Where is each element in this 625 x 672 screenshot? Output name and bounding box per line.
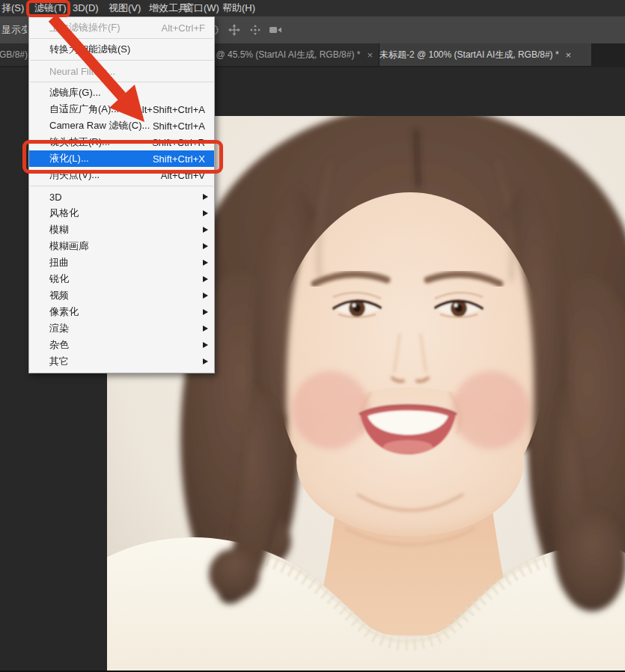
menu-item-label: 滤镜库(G)...: [49, 86, 101, 100]
menubar-item-4[interactable]: 视图(V): [109, 0, 141, 16]
submenu-arrow-icon: [203, 243, 208, 249]
menu-item-shortcut: Shift+Ctrl+A: [153, 120, 205, 132]
menu-item-Camera-Raw-滤镜-C-[interactable]: Camera Raw 滤镜(C)...Shift+Ctrl+A: [29, 117, 214, 134]
menu-separator: [30, 38, 213, 39]
menu-item-锐化[interactable]: 锐化: [29, 271, 214, 287]
menu-item-label: 液化(L)...: [49, 152, 89, 165]
menu-item-像素化[interactable]: 像素化: [29, 304, 214, 320]
filter-dropdown-menu: 上次滤镜操作(F)Alt+Ctrl+F转换为智能滤镜(S)Neural Filt…: [28, 16, 215, 373]
menu-item-label: 风格化: [49, 207, 79, 220]
submenu-arrow-icon: [203, 210, 208, 216]
menu-item-扭曲[interactable]: 扭曲: [29, 254, 214, 271]
menu-item-label: 渲染: [49, 322, 69, 335]
menu-item-液化-L-[interactable]: 液化(L)...Shift+Ctrl+X: [29, 150, 214, 167]
menu-item-label: 自适应广角(A)...: [49, 103, 119, 116]
menu-separator: [30, 60, 213, 61]
photoshop-window: 择(S)滤镜(T)3D(D)视图(V)增效工具窗口(W)帮助(H) 显示变 ••…: [0, 0, 625, 672]
menubar-item-6[interactable]: 窗口(W): [184, 0, 219, 16]
menu-item-视频[interactable]: 视频: [29, 287, 214, 304]
3d-slide-icon[interactable]: [247, 22, 263, 38]
submenu-arrow-icon: [203, 194, 208, 200]
menu-item-label: 扭曲: [49, 256, 69, 269]
menu-item-label: 其它: [49, 355, 69, 368]
submenu-arrow-icon: [203, 309, 208, 315]
menu-item-shortcut: Alt+Shift+Ctrl+A: [135, 104, 205, 115]
menu-item-滤镜库-G-[interactable]: 滤镜库(G)...: [29, 85, 214, 101]
menu-item-label: 像素化: [49, 305, 79, 319]
menu-item-label: 3D: [49, 192, 62, 203]
menu-item-3D[interactable]: 3D: [29, 189, 214, 205]
menu-item-转换为智能滤镜-S-[interactable]: 转换为智能滤镜(S): [29, 41, 214, 58]
menu-item-label: 模糊画廊: [49, 239, 88, 253]
menu-separator: [30, 82, 213, 82]
menubar-item-5[interactable]: 增效工具: [149, 0, 188, 16]
submenu-arrow-icon: [203, 293, 208, 299]
menu-item-shortcut: Shift+Ctrl+R: [152, 137, 205, 148]
menu-item-label: 模糊: [49, 223, 69, 236]
menu-item-模糊画廊[interactable]: 模糊画廊: [29, 238, 214, 254]
menu-item-label: 上次滤镜操作(F): [49, 21, 121, 34]
tab-title: .jpg @ 45.5% (StartAI AI生成, RGB/8#) *: [199, 49, 361, 61]
menu-item-自适应广角-A-[interactable]: 自适应广角(A)...Alt+Shift+Ctrl+A: [29, 101, 214, 117]
menu-item-label: 转换为智能滤镜(S): [49, 43, 130, 56]
submenu-arrow-icon: [203, 326, 208, 332]
menu-item-模糊[interactable]: 模糊: [29, 222, 214, 238]
submenu-arrow-icon: [203, 227, 208, 233]
menubar-item-3[interactable]: 3D(D): [73, 0, 99, 16]
menu-item-其它[interactable]: 其它: [29, 353, 214, 370]
menu-item-镜头校正-R-[interactable]: 镜头校正(R)...Shift+Ctrl+R: [29, 134, 214, 150]
menu-item-Neural-Filters-: Neural Filters...: [29, 63, 214, 79]
menu-item-label: 锐化: [49, 272, 69, 286]
menu-bar: 择(S)滤镜(T)3D(D)视图(V)增效工具窗口(W)帮助(H): [0, 0, 625, 16]
menu-item-shortcut: Shift+Ctrl+X: [153, 153, 205, 165]
3d-pan-icon[interactable]: [226, 22, 243, 38]
menu-item-杂色[interactable]: 杂色: [29, 337, 214, 353]
submenu-arrow-icon: [203, 342, 208, 348]
submenu-arrow-icon: [203, 276, 208, 282]
menubar-item-2[interactable]: 滤镜(T): [34, 0, 67, 16]
document-tab-3[interactable]: 未标题-2 @ 100% (StartAI AI生成, RGB/8#) *×: [379, 43, 592, 66]
submenu-arrow-icon: [203, 260, 208, 266]
menu-item-上次滤镜操作-F-: 上次滤镜操作(F)Alt+Ctrl+F: [29, 19, 214, 36]
menu-item-label: 杂色: [49, 338, 69, 352]
menu-item-label: 镜头校正(R)...: [49, 135, 110, 149]
menu-item-label: 视频: [49, 289, 69, 302]
tab-title: 未标题-2 @ 100% (StartAI AI生成, RGB/8#) *: [379, 49, 559, 61]
menu-item-消失点-V-[interactable]: 消失点(V)...Alt+Ctrl+V: [29, 167, 214, 183]
3d-camera-icon[interactable]: [268, 22, 284, 38]
menu-item-shortcut: Alt+Ctrl+F: [161, 22, 205, 34]
menu-separator: [30, 186, 213, 186]
menu-item-label: Neural Filters...: [49, 66, 115, 77]
menu-item-渲染[interactable]: 渲染: [29, 320, 214, 337]
menu-item-风格化[interactable]: 风格化: [29, 205, 214, 222]
menu-item-label: Camera Raw 滤镜(C)...: [49, 119, 150, 132]
menu-item-shortcut: Alt+Ctrl+V: [161, 170, 205, 181]
menubar-item-7[interactable]: 帮助(H): [222, 0, 255, 16]
options-clipped-label: 显示变: [1, 23, 27, 37]
tab-close-icon[interactable]: ×: [566, 49, 572, 61]
menubar-item-1[interactable]: 择(S): [1, 0, 24, 16]
submenu-arrow-icon: [203, 358, 208, 364]
tab-close-icon[interactable]: ×: [367, 49, 373, 61]
menu-item-label: 消失点(V)...: [49, 168, 100, 182]
